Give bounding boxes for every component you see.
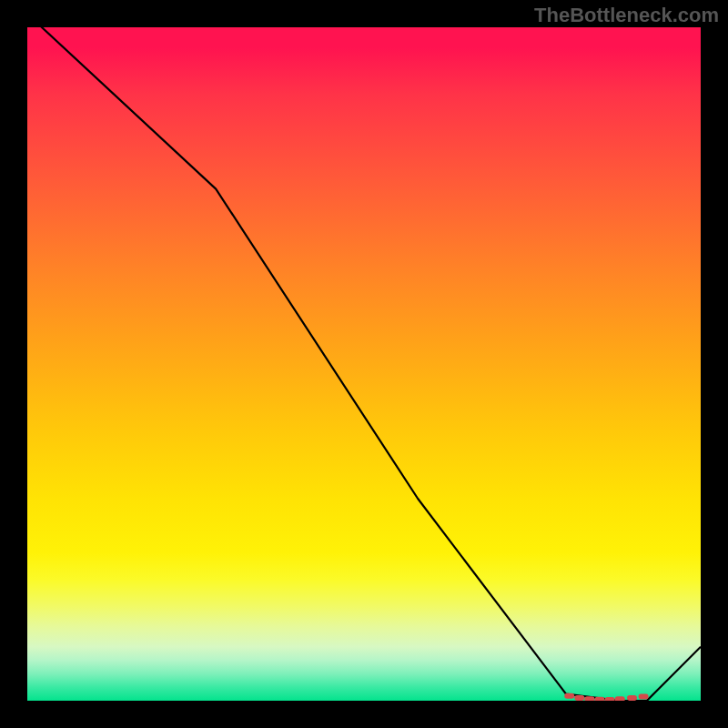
chart-line [27, 27, 701, 701]
chart-svg [27, 27, 701, 701]
svg-rect-7 [639, 694, 649, 700]
chart-plot-area [27, 27, 701, 701]
watermark-text: TheBottleneck.com [534, 4, 719, 27]
svg-rect-4 [605, 697, 615, 701]
svg-rect-2 [584, 696, 594, 701]
svg-rect-3 [595, 697, 605, 701]
svg-rect-6 [627, 695, 637, 701]
svg-rect-5 [615, 696, 625, 701]
svg-rect-1 [574, 695, 584, 701]
svg-rect-0 [564, 693, 574, 699]
